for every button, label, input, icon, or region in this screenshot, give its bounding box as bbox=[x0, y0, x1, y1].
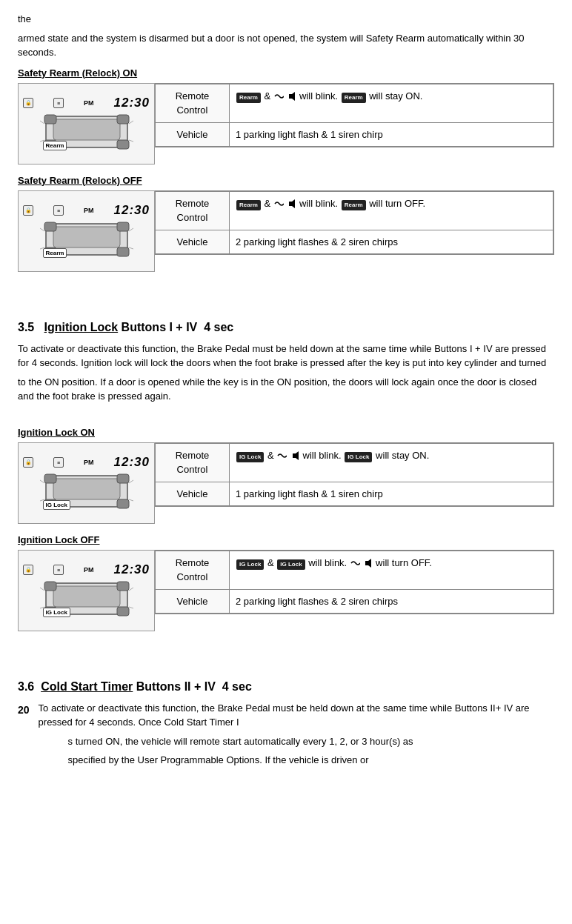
ig-lock-off-badge2: IG Lock bbox=[277, 559, 305, 570]
pm-label: PM bbox=[84, 99, 94, 107]
svg-rect-5 bbox=[117, 140, 129, 149]
diagram-header-off: 🔒 ≡ PM 12:30 bbox=[19, 201, 154, 218]
rearm-badge-off1: Rearm bbox=[236, 200, 261, 210]
table-row-remote: Remote Control Rearm & will blink. Rearm… bbox=[156, 84, 553, 122]
svg-rect-15 bbox=[117, 247, 129, 256]
car-diagram-ig-on: 🔒 ≡ PM 12:30 IG Lock bbox=[18, 442, 155, 524]
section36-desc1: To activate or deactivate this function,… bbox=[39, 701, 554, 730]
wave-ig-off bbox=[350, 558, 360, 568]
safety-rearm-on-row: 🔒 ≡ PM 12:30 Rearm Remote bbox=[18, 83, 554, 164]
rearm-off-table-wrap: Remote Control Rearm & will blink. Rearm… bbox=[155, 190, 554, 256]
ignition-lock-off-row: 🔒 ≡ PM 12:30 IG Lock Remote Control bbox=[18, 550, 554, 631]
section36-buttons: Buttons II + IV 4 sec bbox=[136, 680, 252, 693]
svg-rect-2 bbox=[44, 115, 56, 124]
ig-off-blink: will blink. bbox=[308, 557, 347, 568]
svg-line-26 bbox=[40, 480, 44, 483]
ig-lock-badge1: IG Lock bbox=[236, 452, 264, 462]
ig-on-vehicle-row: Vehicle 1 parking light flash & 1 siren … bbox=[156, 482, 553, 506]
ig-on-header: 🔒 ≡ PM 12:30 bbox=[19, 453, 154, 470]
svg-rect-21 bbox=[53, 479, 120, 499]
section35-name: Ignition Lock bbox=[44, 321, 119, 333]
section36-text: To activate or deactivate this function,… bbox=[39, 701, 554, 772]
ig-off-turn: will turn OFF. bbox=[376, 557, 432, 568]
section35-buttons: Buttons I + IV 4 sec bbox=[122, 321, 234, 333]
section36-number: 3.6 bbox=[18, 680, 34, 693]
ig-off-remote-row: Remote Control IG Lock & IG Lock will bl… bbox=[156, 551, 553, 589]
section35-desc2: to the ON position. If a door is opened … bbox=[18, 375, 554, 404]
svg-rect-33 bbox=[117, 582, 129, 591]
ig-badge-off: IG Lock bbox=[43, 608, 70, 617]
svg-line-38 bbox=[129, 588, 133, 591]
clock-display: 12:30 bbox=[114, 96, 150, 110]
clock-ig-on: 12:30 bbox=[114, 455, 150, 470]
svg-rect-11 bbox=[53, 227, 120, 247]
menu-icon-off: ≡ bbox=[53, 205, 64, 216]
svg-rect-1 bbox=[53, 119, 120, 140]
ig-off-table: Remote Control IG Lock & IG Lock will bl… bbox=[155, 551, 553, 614]
intro-line2: armed state and the system is disarmed b… bbox=[18, 31, 554, 60]
ig-off-table-wrap: Remote Control IG Lock & IG Lock will bl… bbox=[155, 550, 554, 615]
ig-off-remote-label: Remote Control bbox=[156, 551, 230, 589]
section36-content: 20 To activate or deactivate this functi… bbox=[18, 701, 554, 772]
svg-rect-13 bbox=[117, 222, 129, 231]
menu-ig-off: ≡ bbox=[53, 565, 64, 575]
car-diagram-rearm-on: 🔒 ≡ PM 12:30 Rearm bbox=[18, 83, 155, 164]
svg-rect-3 bbox=[117, 115, 129, 124]
svg-rect-23 bbox=[117, 474, 129, 483]
ig-lock-badge2: IG Lock bbox=[345, 452, 372, 462]
safety-rearm-off-label: Safety Rearm (Relock) OFF bbox=[18, 175, 554, 186]
svg-rect-32 bbox=[44, 582, 56, 591]
vehicle-label: Vehicle bbox=[156, 122, 230, 147]
lock-ig-on: 🔒 bbox=[23, 457, 33, 468]
pm-ig-on: PM bbox=[84, 459, 94, 466]
ig-off-header: 🔒 ≡ PM 12:30 bbox=[19, 560, 154, 577]
ig-lock-off-badge1: IG Lock bbox=[236, 559, 264, 570]
rearm-badge2: Rearm bbox=[342, 93, 366, 103]
intro-line1: the bbox=[18, 12, 554, 27]
rearm-badge-on: Rearm bbox=[43, 141, 67, 150]
remote-blink-off: will blink. bbox=[299, 198, 338, 209]
wave-icon-off bbox=[273, 199, 284, 209]
svg-rect-35 bbox=[117, 607, 129, 616]
page-number: 20 bbox=[18, 704, 30, 716]
section36-header: 3.6 Cold Start Timer Buttons II + IV 4 s… bbox=[18, 680, 554, 694]
lock-icon-off: 🔒 bbox=[23, 205, 33, 216]
rearm-on-table-wrap: Remote Control Rearm & will blink. Rearm… bbox=[155, 83, 554, 148]
svg-line-36 bbox=[40, 588, 44, 591]
svg-line-8 bbox=[129, 121, 133, 124]
remote-stay-text: will stay ON. bbox=[369, 90, 422, 102]
speaker-icon bbox=[286, 91, 296, 102]
clock-ig-off: 12:30 bbox=[114, 562, 150, 577]
diagram-header: 🔒 ≡ PM 12:30 bbox=[19, 93, 154, 110]
table-row-vehicle-off: Vehicle 2 parking light flashes & 2 sire… bbox=[156, 230, 553, 254]
rearm-badge-off: Rearm bbox=[43, 248, 67, 258]
ig-stay-text: will stay ON. bbox=[376, 450, 429, 461]
ig-on-table: Remote Control IG Lock & will blink. IG … bbox=[155, 443, 553, 507]
ig-off-remote-value: IG Lock & IG Lock will blink. will turn … bbox=[230, 551, 553, 589]
ignition-lock-off-label: Ignition Lock OFF bbox=[18, 534, 554, 545]
lock-wave-icon bbox=[273, 91, 284, 102]
remote-control-label-off: Remote Control bbox=[156, 191, 230, 230]
ig-remote-value: IG Lock & will blink. IG Lock will stay … bbox=[230, 443, 553, 482]
ig-vehicle-label: Vehicle bbox=[156, 482, 230, 506]
vehicle-value: 1 parking light flash & 1 siren chirp bbox=[230, 122, 553, 147]
table-row-remote-off: Remote Control Rearm & will blink. Rearm… bbox=[156, 191, 553, 230]
speaker-icon-off bbox=[286, 199, 296, 209]
car-diagram-rearm-off: 🔒 ≡ PM 12:30 Rearm bbox=[18, 190, 155, 272]
ig-badge-on: IG Lock bbox=[43, 500, 70, 510]
remote-control-label: Remote Control bbox=[156, 84, 230, 122]
ig-off-vehicle-row: Vehicle 2 parking light flashes & 2 sire… bbox=[156, 589, 553, 614]
section35-desc1: To activate or deactivate this function,… bbox=[18, 342, 554, 370]
svg-rect-25 bbox=[117, 499, 129, 508]
ig-on-remote-row: Remote Control IG Lock & will blink. IG … bbox=[156, 443, 553, 482]
lock-icon: 🔒 bbox=[23, 98, 33, 108]
svg-rect-12 bbox=[44, 222, 56, 231]
vehicle-value-off: 2 parking light flashes & 2 siren chirps bbox=[230, 230, 553, 254]
safety-rearm-off-row: 🔒 ≡ PM 12:30 Rearm Remote Control R bbox=[18, 190, 554, 272]
ignition-lock-on-label: Ignition Lock ON bbox=[18, 427, 554, 438]
remote-control-value-off: Rearm & will blink. Rearm will turn OFF. bbox=[230, 191, 553, 230]
remote-turn-off: will turn OFF. bbox=[369, 198, 425, 209]
section35-number: 3.5 bbox=[18, 321, 34, 333]
rearm-off-table: Remote Control Rearm & will blink. Rearm… bbox=[155, 191, 553, 255]
rearm-badge1: Rearm bbox=[236, 93, 261, 103]
